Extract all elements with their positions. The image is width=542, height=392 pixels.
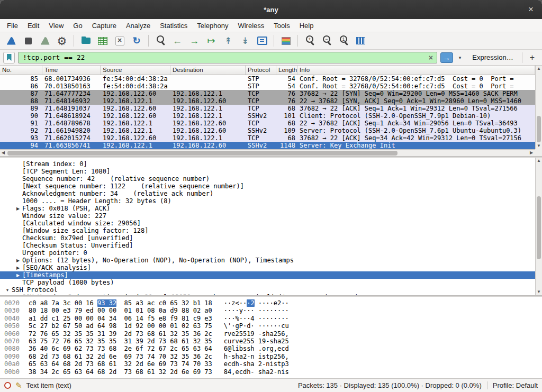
reload-file-icon[interactable]	[129, 33, 144, 48]
menu-edit[interactable]: Edit	[23, 20, 44, 31]
column-header-info[interactable]: Info	[297, 66, 535, 75]
apply-filter-icon[interactable]	[440, 52, 453, 63]
packet-row[interactable]: 8670.013850163fe:54:00:d4:38:2aSTP54Conf…	[0, 83, 535, 90]
packet-row[interactable]: 9171.648789678192.168.122.1192.168.122.6…	[0, 120, 535, 127]
go-to-packet-icon[interactable]	[203, 33, 219, 48]
menu-view[interactable]: View	[44, 20, 68, 31]
packet-row[interactable]: 9071.648618924192.168.122.60192.168.122.…	[0, 112, 535, 120]
colorize-icon[interactable]	[278, 33, 294, 48]
detail-line[interactable]: SSH Version 2 (encryption:chacha20-poly1…	[0, 294, 535, 295]
auto-scroll-icon[interactable]	[254, 33, 270, 48]
restart-capture-icon[interactable]	[37, 33, 53, 48]
capture-comment-icon[interactable]	[15, 381, 22, 389]
expression-button[interactable]: Expression…	[472, 53, 513, 61]
packet-list-vertical-scrollbar[interactable]: ▲ ▼	[535, 66, 542, 149]
save-file-icon[interactable]	[95, 33, 111, 48]
filter-dropdown-caret-icon[interactable]: ▾	[457, 55, 463, 60]
packet-row[interactable]: 8971.648191037192.168.122.60192.168.122.…	[0, 105, 535, 112]
packet-row[interactable]: 8771.647777234192.168.122.60192.168.122.…	[0, 90, 535, 97]
find-packet-icon[interactable]	[152, 33, 168, 48]
filter-bookmark-button[interactable]	[3, 52, 15, 63]
title-bar[interactable]: *any ×	[0, 0, 542, 19]
resize-columns-icon[interactable]	[353, 33, 368, 48]
packet-row[interactable]: 8568.001734936fe:54:00:d4:38:2aSTP54Conf…	[0, 75, 535, 83]
detail-line[interactable]: [TCP Segment Len: 1080]	[0, 168, 535, 175]
column-header-destination[interactable]: Destination	[170, 66, 246, 75]
hex-row[interactable]: 0020c0 a8 7a 3c 00 16 93 32 85 a3 ac c0 …	[4, 299, 542, 307]
detail-line[interactable]: Acknowledgment number: 34 (relative ack …	[0, 190, 535, 197]
zoom-in-icon[interactable]	[302, 33, 318, 48]
hex-row[interactable]: 009068 2d 73 68 61 32 2d 6e 69 73 74 70 …	[4, 353, 542, 360]
column-header-protocol[interactable]: Protocol	[246, 66, 276, 75]
detail-line[interactable]: [Calculated window size: 29056]	[0, 220, 535, 227]
packet-row[interactable]: 9371.662015274192.168.122.60192.168.122.…	[0, 134, 535, 142]
detail-line[interactable]: [Next sequence number: 1122 (relative se…	[0, 183, 535, 190]
detail-line[interactable]: ▶[Timestamps]	[0, 271, 535, 279]
capture-options-icon[interactable]	[54, 33, 70, 48]
scroll-up-icon[interactable]: ▲	[536, 66, 542, 72]
scroll-down-icon[interactable]: ▼	[536, 143, 542, 149]
packet-row[interactable]: 9471.663856741192.168.122.1192.168.122.6…	[0, 142, 535, 149]
hex-row[interactable]: 007063 75 72 76 65 32 35 35 31 39 2d 73 …	[4, 338, 542, 345]
packet-row[interactable]: 9271.661949820192.168.122.1192.168.122.6…	[0, 127, 535, 134]
go-back-icon[interactable]	[169, 33, 185, 48]
clear-filter-icon[interactable]: ×	[425, 53, 437, 62]
hex-row[interactable]: 006072 76 65 32 35 35 31 39 2d 73 68 61 …	[4, 330, 542, 338]
detail-line[interactable]: ▾SSH Protocol	[0, 286, 535, 294]
hex-row[interactable]: 003080 18 00 e3 79 ed 00 00 01 01 08 0a …	[4, 307, 542, 314]
close-icon[interactable]: ×	[525, 4, 537, 15]
expand-arrow-icon[interactable]: ▶	[14, 266, 22, 270]
detail-line[interactable]: ▶[SEQ/ACK analysis]	[0, 264, 535, 271]
menu-file[interactable]: File	[2, 20, 23, 31]
go-first-packet-icon[interactable]	[220, 33, 236, 48]
column-header-source[interactable]: Source	[101, 66, 170, 75]
add-filter-button[interactable]: +	[526, 53, 539, 62]
expand-arrow-icon[interactable]: ▶	[14, 206, 22, 211]
menu-wireless[interactable]: Wireless	[233, 20, 269, 31]
display-filter-input[interactable]	[22, 53, 425, 62]
detail-line[interactable]: Window size value: 227	[0, 212, 535, 220]
scrollbar-thumb[interactable]	[537, 196, 541, 260]
zoom-100-icon[interactable]	[336, 33, 351, 48]
menu-capture[interactable]: Capture	[87, 20, 121, 31]
detail-line[interactable]: Sequence number: 42 (relative sequence n…	[0, 175, 535, 183]
menu-go[interactable]: Go	[68, 20, 87, 31]
detail-line[interactable]: [Stream index: 0]	[0, 160, 535, 168]
go-forward-icon[interactable]	[186, 33, 202, 48]
profile-label[interactable]: Profile: Default	[487, 381, 538, 389]
detail-line[interactable]: [Window size scaling factor: 128]	[0, 227, 535, 234]
expand-arrow-icon[interactable]: ▶	[14, 258, 22, 263]
menu-tools[interactable]: Tools	[269, 20, 294, 31]
packet-list-horizontal-scrollbar[interactable]: ◀ ▶	[0, 149, 542, 156]
hex-row[interactable]: 00a065 63 64 68 2d 73 68 61 32 2d 6e 69 …	[4, 360, 542, 368]
hex-row[interactable]: 00505c 27 b2 67 50 ad 64 98 1d 92 00 00 …	[4, 322, 542, 330]
detail-line[interactable]: ▶Flags: 0x018 (PSH, ACK)	[0, 205, 535, 212]
expand-arrow-icon[interactable]: ▶	[14, 273, 22, 278]
scrollbar-thumb[interactable]	[537, 116, 541, 143]
expert-info-icon[interactable]	[4, 382, 11, 389]
details-vertical-scrollbar[interactable]: ▲ ▼	[535, 158, 542, 295]
detail-line[interactable]: Checksum: 0x79ed [unverified]	[0, 234, 535, 242]
scrollbar-thumb[interactable]	[7, 151, 398, 156]
stop-capture-icon[interactable]	[20, 33, 36, 48]
scroll-up-icon[interactable]: ▲	[536, 158, 542, 164]
close-file-icon[interactable]	[112, 33, 128, 48]
detail-line[interactable]: ▶Options: (12 bytes), No-Operation (NOP)…	[0, 257, 535, 264]
collapse-arrow-icon[interactable]: ▾	[3, 288, 12, 293]
packet-row[interactable]: 8871.648146932192.168.122.1192.168.122.6…	[0, 97, 535, 105]
hex-row[interactable]: 008036 40 6c 69 62 73 73 68 2e 6f 72 67 …	[4, 345, 542, 352]
detail-line[interactable]: [Checksum Status: Unverified]	[0, 242, 535, 249]
scroll-down-icon[interactable]: ▼	[536, 289, 542, 295]
menu-analyze[interactable]: Analyze	[121, 20, 155, 31]
hex-row[interactable]: 00b038 34 2c 65 63 64 68 2d 73 68 61 32 …	[4, 368, 542, 376]
column-header-no[interactable]: No.	[0, 66, 42, 75]
column-header-length[interactable]: Length	[276, 66, 297, 75]
scroll-right-icon[interactable]: ▶	[528, 150, 535, 156]
menu-statistics[interactable]: Statistics	[155, 20, 192, 31]
hex-row[interactable]: 0040a1 dd c1 25 00 00 04 34 06 14 f5 e8 …	[4, 315, 542, 322]
open-file-icon[interactable]	[78, 33, 94, 48]
column-header-time[interactable]: Time	[42, 66, 101, 75]
start-capture-icon[interactable]	[3, 33, 19, 48]
scroll-left-icon[interactable]: ◀	[0, 150, 6, 156]
detail-line[interactable]: TCP payload (1080 bytes)	[0, 279, 535, 286]
